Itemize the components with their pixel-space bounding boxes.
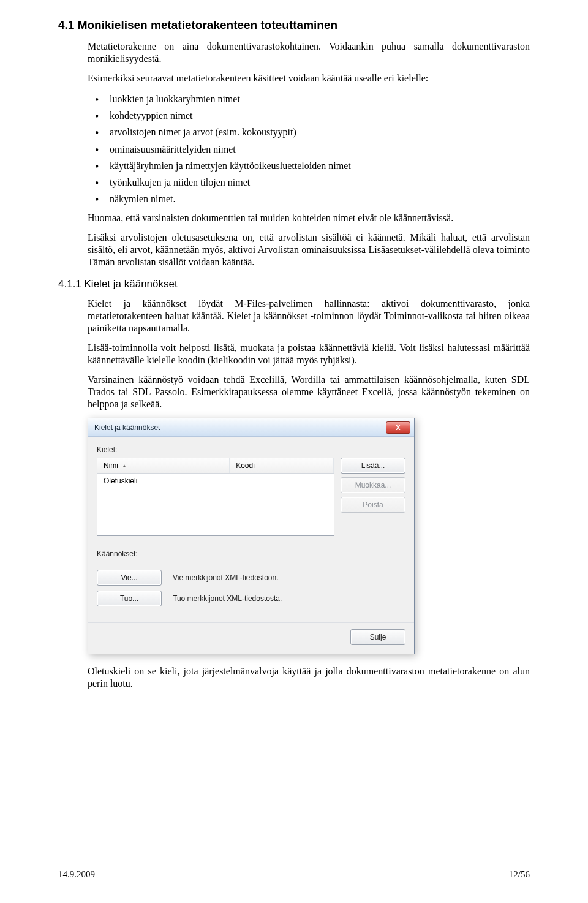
- footer-page: 12/56: [509, 869, 530, 880]
- close-button[interactable]: Sulje: [350, 629, 405, 645]
- dialog-title: Kielet ja käännökset: [94, 423, 160, 432]
- close-icon[interactable]: X: [386, 421, 410, 434]
- languages-label: Kielet:: [97, 445, 405, 454]
- languages-listbox[interactable]: Nimi ▲ Koodi Oletuskieli: [97, 458, 334, 536]
- list-header[interactable]: Nimi ▲ Koodi: [97, 458, 334, 474]
- screenshot-dialog: Kielet ja käännökset X Kielet: Nimi ▲ Ko…: [88, 418, 530, 654]
- import-description: Tuo merkkijonot XML-tiedostosta.: [173, 594, 282, 603]
- section-heading: 4.1 Monikielisen metatietorakenteen tote…: [58, 18, 530, 32]
- list-item: arvolistojen nimet ja arvot (esim. kokou…: [88, 125, 530, 139]
- separator: [97, 562, 405, 562]
- column-name-label: Nimi: [104, 461, 118, 470]
- export-button[interactable]: Vie...: [97, 570, 162, 586]
- list-item: näkymien nimet.: [88, 192, 530, 206]
- add-button[interactable]: Lisää...: [341, 458, 405, 474]
- titlebar: Kielet ja käännökset X: [88, 418, 414, 437]
- language-row[interactable]: Oletuskieli: [97, 474, 334, 488]
- footer-date: 14.9.2009: [58, 869, 95, 880]
- delete-button: Poista: [341, 497, 405, 513]
- section-paragraph: Lisäksi arvolistojen oletusasetuksena on…: [88, 232, 530, 268]
- edit-button: Muokkaa...: [341, 477, 405, 493]
- column-name[interactable]: Nimi ▲: [97, 458, 230, 473]
- list-item: käyttäjäryhmien ja nimettyjen käyttöoike…: [88, 159, 530, 173]
- list-item: ominaisuusmäärittelyiden nimet: [88, 142, 530, 156]
- list-item: kohdetyyppien nimet: [88, 108, 530, 123]
- subsection-paragraph: Kielet ja käännökset löydät M-Files-palv…: [88, 298, 530, 334]
- dialog-body: Kielet: Nimi ▲ Koodi Oletuskieli Lisää..…: [88, 437, 414, 622]
- section-paragraph: Metatietorakenne on aina dokumenttivaras…: [88, 40, 530, 65]
- subsection-paragraph: Varsinainen käännöstyö voidaan tehdä Exc…: [88, 374, 530, 410]
- list-item: luokkien ja luokkaryhmien nimet: [88, 92, 530, 106]
- after-dialog-paragraph: Oletuskieli on se kieli, jota järjestelm…: [88, 665, 530, 690]
- dialog-window: Kielet ja käännökset X Kielet: Nimi ▲ Ko…: [88, 418, 415, 654]
- translations-label: Käännökset:: [97, 550, 405, 558]
- export-description: Vie merkkijonot XML-tiedostoon.: [173, 573, 279, 582]
- list-item: työnkulkujen ja niiden tilojen nimet: [88, 175, 530, 189]
- sort-asc-icon: ▲: [122, 463, 127, 469]
- section-paragraph: Esimerkiksi seuraavat metatietorakenteen…: [88, 72, 530, 85]
- column-code[interactable]: Koodi: [230, 458, 334, 473]
- section-paragraph: Huomaa, että varsinaisten dokumenttien t…: [88, 212, 530, 224]
- dialog-footer: Sulje: [88, 622, 414, 654]
- subsection-heading: 4.1.1 Kielet ja käännökset: [58, 278, 530, 290]
- page-footer: 14.9.2009 12/56: [58, 869, 530, 880]
- subsection-paragraph: Lisää-toiminnolla voit helposti lisätä, …: [88, 342, 530, 366]
- bullet-list: luokkien ja luokkaryhmien nimet kohdetyy…: [88, 92, 530, 206]
- import-button[interactable]: Tuo...: [97, 591, 162, 606]
